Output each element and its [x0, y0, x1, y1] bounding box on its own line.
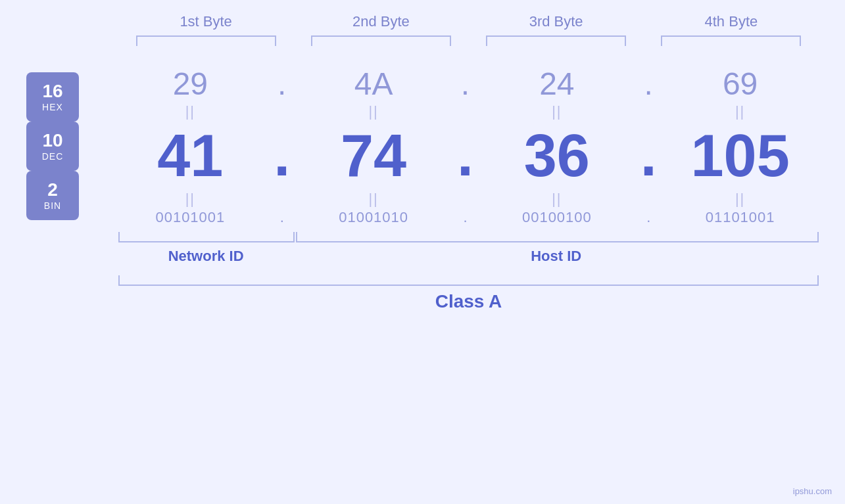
- dec-dot-3: .: [635, 122, 662, 189]
- byte2-header: 2nd Byte: [293, 13, 468, 35]
- host-id-bracket: [296, 232, 819, 242]
- bracket-top-3: [486, 35, 626, 46]
- bin-b4-cell: 01101001: [662, 209, 819, 226]
- eq-1-b2: ||: [295, 103, 452, 120]
- bracket-top-2: [311, 35, 451, 46]
- eq-2-b3: ||: [479, 191, 636, 208]
- hex-b1-cell: 29: [112, 66, 269, 102]
- dec-dot-2: .: [452, 122, 479, 189]
- hex-badge: 16 HEX: [26, 72, 79, 122]
- dec-row: 41 . 74 . 36 . 105: [112, 122, 819, 189]
- dec-b1: 41: [157, 126, 223, 185]
- top-brackets: [26, 35, 819, 46]
- byte1-header: 1st Byte: [118, 13, 293, 35]
- hex-b3-cell: 24: [479, 66, 636, 102]
- class-section: Class A: [118, 275, 819, 312]
- byte4-header: 4th Byte: [644, 13, 819, 35]
- bin-row: 00101001 . 01001010 . 00100100 .: [112, 209, 819, 226]
- labels-row: Network ID Host ID: [118, 248, 819, 265]
- bracket-cell-3: [469, 35, 644, 46]
- bin-b1: 00101001: [155, 209, 225, 226]
- hex-b2: 4A: [354, 66, 393, 102]
- network-id-label: Network ID: [118, 248, 293, 265]
- eq-2-b1: ||: [112, 191, 269, 208]
- bracket-cell-1: [118, 35, 293, 46]
- dec-dot-1: .: [269, 122, 295, 189]
- eq-2-b4: ||: [662, 191, 819, 208]
- byte-headers: 1st Byte 2nd Byte 3rd Byte 4th Byte: [26, 13, 819, 35]
- dec-base-num: 10: [42, 131, 62, 151]
- bin-badge: 2 BIN: [26, 171, 79, 220]
- hex-b1: 29: [173, 66, 208, 102]
- class-a-label: Class A: [118, 291, 819, 312]
- dec-base-label: DEC: [42, 151, 64, 162]
- values-grid: 29 . 4A . 24 . 69: [112, 66, 819, 227]
- dec-badge: 10 DEC: [26, 122, 79, 171]
- bracket-top-4: [661, 35, 801, 46]
- bottom-section: Network ID Host ID Class A: [26, 232, 819, 312]
- bracket-cell-4: [644, 35, 819, 46]
- bin-base-label: BIN: [44, 200, 61, 211]
- eq-row-1: || || || ||: [112, 102, 819, 122]
- hex-b3: 24: [539, 66, 574, 102]
- main-container: 1st Byte 2nd Byte 3rd Byte 4th Byte 16 H…: [0, 0, 845, 504]
- bin-b4: 01101001: [706, 209, 775, 226]
- hex-base-num: 16: [42, 81, 62, 102]
- hex-dot-2: .: [452, 66, 479, 102]
- eq-2-b2: ||: [295, 191, 452, 208]
- bracket-cell-2: [293, 35, 468, 46]
- network-id-bracket: [118, 232, 295, 242]
- hex-dot-3: .: [635, 66, 662, 102]
- dec-b4-cell: 105: [662, 126, 819, 185]
- bin-dot-2: .: [452, 209, 479, 226]
- base-labels: 16 HEX 10 DEC 2 BIN: [26, 66, 112, 227]
- bin-b2-cell: 01001010: [295, 209, 452, 226]
- bin-dot-1: .: [269, 209, 295, 226]
- hex-base-label: HEX: [42, 102, 63, 112]
- bracket-top-1: [136, 35, 276, 46]
- byte3-header: 3rd Byte: [469, 13, 644, 35]
- hex-dot-1: .: [269, 66, 295, 102]
- bottom-brackets-row: [118, 232, 819, 242]
- dec-b2: 74: [341, 126, 406, 185]
- host-id-label: Host ID: [293, 248, 819, 265]
- bin-b1-cell: 00101001: [112, 209, 269, 226]
- hex-b4-cell: 69: [662, 66, 819, 102]
- watermark: ipshu.com: [793, 486, 832, 496]
- eq-1-b1: ||: [112, 103, 269, 120]
- bin-base-num: 2: [47, 180, 58, 200]
- bin-b3-cell: 00100100: [479, 209, 636, 226]
- dec-b3-cell: 36: [479, 126, 636, 185]
- eq-1-b4: ||: [662, 103, 819, 120]
- dec-b2-cell: 74: [295, 126, 452, 185]
- eq-1-b3: ||: [479, 103, 636, 120]
- bin-b2: 01001010: [339, 209, 408, 226]
- dec-b3: 36: [524, 126, 590, 185]
- eq-row-2: || || || ||: [112, 189, 819, 209]
- dec-b1-cell: 41: [112, 126, 269, 185]
- hex-b4: 69: [723, 66, 758, 102]
- hex-b2-cell: 4A: [295, 66, 452, 102]
- dec-b4: 105: [691, 126, 790, 185]
- content-area: 16 HEX 10 DEC 2 BIN 29 .: [26, 66, 819, 227]
- bin-dot-3: .: [635, 209, 662, 226]
- class-a-bracket: [118, 275, 819, 286]
- bin-b3: 00100100: [522, 209, 592, 226]
- hex-row: 29 . 4A . 24 . 69: [112, 66, 819, 102]
